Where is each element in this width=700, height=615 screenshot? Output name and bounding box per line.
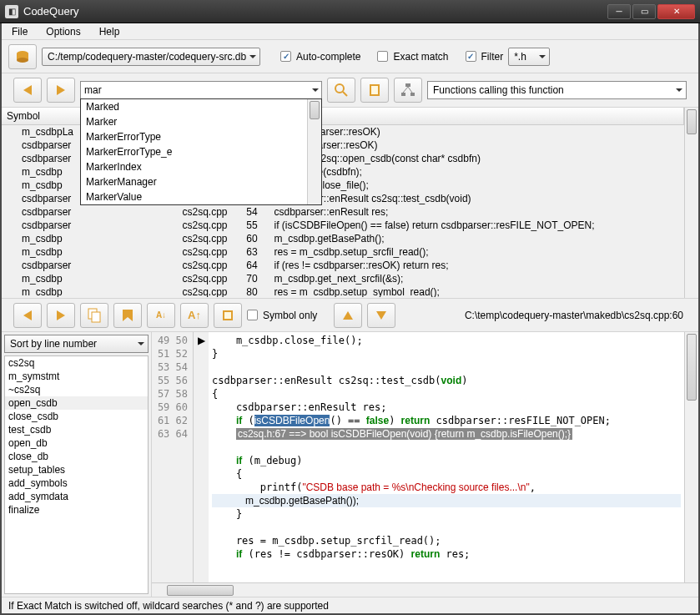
status-text: If Exact Match is switched off, wildcard… bbox=[8, 600, 329, 612]
function-list-item[interactable]: m_symstmt bbox=[5, 370, 148, 383]
db-path-dropdown[interactable]: C:/temp/codequery-master/codequery-src.d… bbox=[42, 48, 260, 66]
autocomplete-item[interactable]: MarkerValue bbox=[81, 189, 307, 204]
navigation-toolbar: A↓ A↑ Symbol only C:\temp\codequery-mast… bbox=[2, 299, 698, 332]
bookmark-button[interactable] bbox=[113, 303, 142, 328]
result-row[interactable]: csdbparsercs2sq.cpp55if (isCSDBFileOpen(… bbox=[2, 219, 684, 232]
result-row[interactable]: m_csdbpcs2sq.cpp63res = m_csdbp.setup_sr… bbox=[2, 245, 684, 259]
function-list-item[interactable]: close_db bbox=[5, 450, 148, 463]
svg-rect-9 bbox=[410, 93, 415, 96]
prev-match-button[interactable] bbox=[334, 303, 362, 328]
autocomplete-item[interactable]: MarkerErrorType bbox=[81, 129, 307, 144]
function-list-pane: Sort by line number cs2sqm_symstmt~cs2sq… bbox=[2, 332, 152, 597]
close-button[interactable]: ✕ bbox=[657, 4, 695, 19]
minimize-button[interactable]: ─ bbox=[607, 4, 631, 19]
function-list-item[interactable]: open_db bbox=[5, 436, 148, 450]
back-button[interactable] bbox=[13, 78, 42, 103]
status-bar: If Exact Match is switched off, wildcard… bbox=[2, 597, 698, 613]
chevron-down-icon bbox=[676, 88, 682, 92]
checkbox-icon bbox=[377, 51, 388, 62]
svg-rect-7 bbox=[405, 83, 410, 87]
svg-point-2 bbox=[17, 58, 28, 63]
result-row[interactable]: csdbparsercs2sq.cpp64if (res != csdbpars… bbox=[2, 259, 684, 272]
function-list-item[interactable]: add_symbols bbox=[5, 476, 148, 490]
file-path-label: C:\temp\codequery-master\makedb\cs2sq.cp… bbox=[400, 310, 687, 321]
open-db-button[interactable] bbox=[8, 44, 37, 69]
autocomplete-checkbox[interactable]: Auto-complete bbox=[280, 51, 360, 63]
sort-dropdown[interactable]: Sort by line number bbox=[4, 335, 149, 353]
search-button[interactable] bbox=[327, 78, 355, 103]
db-path-text: C:/temp/codequery-master/codequery-src.d… bbox=[48, 51, 246, 63]
svg-rect-13 bbox=[92, 312, 100, 322]
paste-search-button[interactable] bbox=[360, 78, 389, 103]
function-list-item[interactable]: setup_tables bbox=[5, 463, 148, 476]
function-list-item[interactable]: add_symdata bbox=[5, 490, 148, 503]
autocomplete-item[interactable]: MarkerManager bbox=[81, 174, 307, 189]
search-input[interactable] bbox=[80, 81, 322, 99]
svg-rect-6 bbox=[371, 86, 378, 94]
function-list-item[interactable]: close_csdb bbox=[5, 410, 148, 423]
col-header-preview[interactable] bbox=[269, 108, 684, 125]
font-smaller-button[interactable]: A↓ bbox=[147, 303, 175, 328]
function-list-item[interactable]: test_csdb bbox=[5, 423, 148, 436]
query-type-dropdown[interactable]: Functions calling this function bbox=[427, 81, 687, 99]
function-list-item[interactable]: open_csdb bbox=[5, 396, 148, 410]
result-row[interactable]: csdbparsercs2sq.cpp54csdbparser::enResul… bbox=[2, 205, 684, 219]
svg-rect-15 bbox=[224, 312, 231, 319]
chevron-down-icon bbox=[138, 342, 144, 345]
code-viewer: 49 50 51 52 53 54 55 56 57 58 59 60 61 6… bbox=[152, 332, 698, 597]
next-match-button[interactable] bbox=[367, 303, 395, 328]
menu-help[interactable]: Help bbox=[96, 24, 123, 39]
svg-line-10 bbox=[403, 87, 408, 93]
checkbox-icon bbox=[280, 51, 291, 62]
svg-line-11 bbox=[408, 87, 412, 93]
checkbox-icon bbox=[247, 310, 258, 320]
db-toolbar: C:/temp/codequery-master/codequery-src.d… bbox=[2, 40, 698, 73]
next-result-button[interactable] bbox=[47, 303, 75, 328]
copy-button[interactable] bbox=[80, 303, 108, 328]
autocomplete-item[interactable]: MarkerIndex bbox=[81, 159, 307, 174]
result-row[interactable]: m_csdbpcs2sq.cpp70m_csdbp.get_next_srcfi… bbox=[2, 272, 684, 285]
symbol-only-checkbox[interactable]: Symbol only bbox=[247, 310, 317, 321]
function-list-item[interactable]: cs2sq bbox=[5, 356, 148, 370]
autocomplete-item[interactable]: Marked bbox=[81, 99, 307, 114]
search-toolbar: MarkedMarkerMarkerErrorTypeMarkerErrorTy… bbox=[2, 73, 698, 107]
svg-rect-8 bbox=[401, 93, 405, 96]
filter-pattern-dropdown[interactable]: *.h bbox=[508, 48, 550, 66]
function-list-item[interactable]: finalize bbox=[5, 503, 148, 517]
result-row[interactable]: m_csdbpcs2sq.cpp80res = m_csdbp.setup_sy… bbox=[2, 285, 684, 297]
exactmatch-checkbox[interactable]: Exact match bbox=[377, 51, 448, 63]
checkbox-icon bbox=[466, 51, 476, 62]
font-larger-button[interactable]: A↑ bbox=[180, 303, 209, 328]
prev-result-button[interactable] bbox=[13, 303, 42, 328]
autocomplete-item[interactable]: Marker bbox=[81, 114, 307, 129]
svg-point-3 bbox=[335, 84, 344, 93]
scrollbar[interactable] bbox=[152, 582, 698, 597]
chevron-down-icon bbox=[249, 55, 256, 58]
app-icon: ◧ bbox=[5, 5, 18, 18]
menu-options[interactable]: Options bbox=[43, 24, 83, 39]
filter-checkbox[interactable]: Filter bbox=[466, 51, 504, 63]
window-title: CodeQuery bbox=[23, 5, 607, 18]
scrollbar[interactable] bbox=[684, 108, 698, 298]
title-bar: ◧ CodeQuery ─ ▭ ✕ bbox=[0, 0, 700, 23]
graph-button[interactable] bbox=[394, 78, 422, 103]
menu-bar: File Options Help bbox=[2, 23, 698, 40]
chevron-down-icon bbox=[539, 55, 546, 58]
code-text[interactable]: m_csdbp.close_file(); } csdbparser::enRe… bbox=[209, 332, 684, 582]
autocomplete-popup: MarkedMarkerMarkerErrorTypeMarkerErrorTy… bbox=[80, 98, 322, 205]
svg-line-4 bbox=[343, 92, 347, 96]
scrollbar[interactable] bbox=[307, 99, 321, 204]
result-row[interactable]: m_csdbpcs2sq.cpp60m_csdbp.getBasePath(); bbox=[2, 232, 684, 245]
menu-file[interactable]: File bbox=[8, 24, 31, 39]
open-editor-button[interactable] bbox=[214, 303, 242, 328]
forward-button[interactable] bbox=[47, 78, 75, 103]
chevron-down-icon[interactable] bbox=[312, 88, 319, 92]
scrollbar[interactable] bbox=[684, 332, 698, 582]
autocomplete-item[interactable]: MarkerErrorType_e bbox=[81, 144, 307, 159]
maximize-button[interactable]: ▭ bbox=[632, 4, 656, 19]
function-list-item[interactable]: ~cs2sq bbox=[5, 383, 148, 396]
